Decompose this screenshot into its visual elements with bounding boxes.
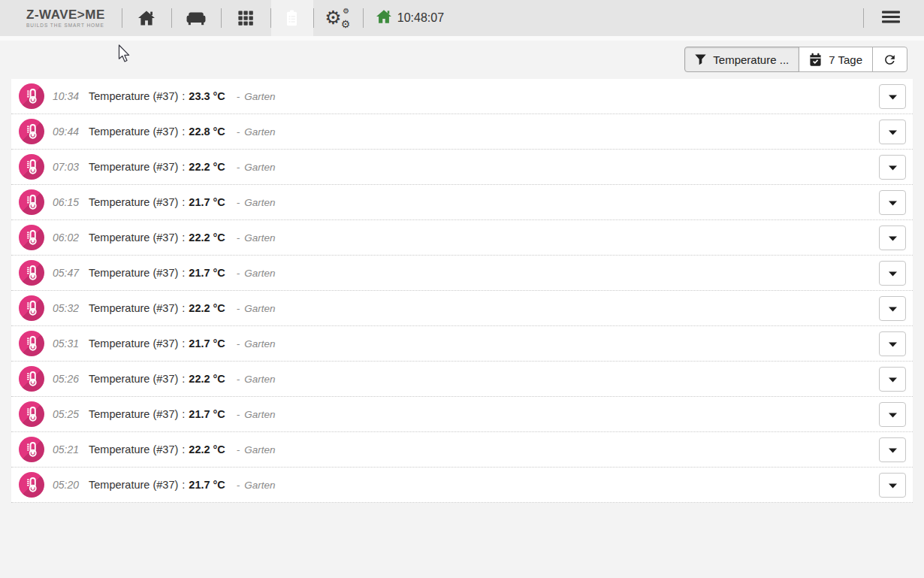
event-separator: : (182, 373, 185, 385)
refresh-button[interactable] (872, 47, 907, 72)
event-title: Temperature (#37) (89, 443, 178, 455)
event-text: Temperature (#37) : 21.7 °C - Garten (89, 196, 276, 208)
event-row: 06:15 Temperature (#37) : 21.7 °C - Gart… (11, 185, 913, 220)
event-text: Temperature (#37) : 22.2 °C - Garten (89, 373, 276, 385)
event-options-button[interactable] (879, 296, 906, 321)
event-title: Temperature (#37) (89, 337, 178, 350)
event-text: Temperature (#37) : 21.7 °C - Garten (89, 337, 276, 350)
event-options-button[interactable] (879, 190, 906, 215)
event-value: 23.3 °C (189, 90, 225, 102)
event-options-button[interactable] (879, 261, 906, 286)
clock-time: 10:48:07 (397, 11, 444, 25)
event-row: 05:47 Temperature (#37) : 21.7 °C - Gart… (11, 256, 913, 291)
event-location: Garten (244, 444, 275, 455)
filter-button-group: Temperature ... 7 Tage (684, 47, 907, 72)
temperature-sensor-icon (19, 225, 44, 250)
caret-down-icon (889, 338, 897, 350)
temperature-sensor-icon (19, 260, 44, 286)
event-location: Garten (244, 162, 275, 173)
event-time: 05:21 (53, 443, 84, 455)
event-title: Temperature (#37) (89, 126, 178, 138)
hamburger-icon (882, 11, 900, 26)
event-time: 06:15 (53, 196, 84, 208)
event-options-button[interactable] (879, 155, 906, 180)
event-title: Temperature (#37) (89, 196, 178, 208)
event-text: Temperature (#37) : 21.7 °C - Garten (89, 267, 276, 279)
event-options-button[interactable] (879, 437, 906, 462)
event-text: Temperature (#37) : 22.2 °C - Garten (89, 161, 276, 173)
event-value: 21.7 °C (189, 196, 225, 208)
event-time: 05:20 (53, 479, 84, 491)
nav-apps[interactable] (222, 0, 270, 36)
event-value: 22.2 °C (189, 161, 225, 173)
event-row: 05:20 Temperature (#37) : 21.7 °C - Gart… (11, 468, 913, 503)
temperature-sensor-icon (19, 189, 44, 215)
menu-button[interactable] (877, 5, 904, 32)
caret-down-icon (889, 480, 897, 491)
event-location-wrap: - Garten (237, 162, 276, 173)
event-options-button[interactable] (879, 331, 906, 356)
temperature-sensor-icon (19, 366, 44, 392)
event-time: 05:25 (53, 408, 84, 420)
event-time: 09:44 (53, 126, 84, 138)
event-title: Temperature (#37) (89, 302, 178, 314)
caret-down-icon (889, 91, 897, 102)
event-options-button[interactable] (879, 84, 906, 109)
app-logo[interactable]: Z-WAVE>ME BUILDS THE SMART HOME (26, 0, 122, 36)
caret-down-icon (889, 232, 897, 244)
nav-settings[interactable]: ⚙ ⚙ ⚙ (314, 0, 363, 36)
device-filter-button[interactable]: Temperature ... (684, 47, 799, 72)
event-separator: : (182, 408, 185, 420)
event-separator: : (182, 479, 185, 491)
calendar-check-icon (809, 53, 822, 66)
event-row: 05:25 Temperature (#37) : 21.7 °C - Gart… (11, 397, 913, 432)
event-options-button[interactable] (879, 473, 906, 498)
house-mode-home-icon (376, 9, 392, 27)
event-title: Temperature (#37) (89, 373, 178, 385)
sofa-icon (186, 11, 206, 26)
event-location: Garten (244, 303, 275, 314)
nav-rooms[interactable] (172, 0, 221, 36)
event-text: Temperature (#37) : 21.7 °C - Garten (89, 408, 276, 420)
event-dash: - (237, 374, 240, 385)
event-location: Garten (244, 197, 275, 208)
event-separator: : (182, 443, 185, 455)
refresh-icon (883, 53, 897, 67)
event-options-button[interactable] (879, 402, 906, 427)
temperature-sensor-icon (19, 472, 44, 498)
caret-down-icon (889, 409, 897, 420)
event-value: 21.7 °C (189, 408, 225, 420)
event-location: Garten (244, 480, 275, 491)
house-mode-clock[interactable]: 10:48:07 (364, 0, 444, 36)
event-options-button[interactable] (879, 120, 906, 144)
divider (863, 8, 864, 28)
gears-icon: ⚙ ⚙ ⚙ (325, 8, 352, 29)
event-value: 22.2 °C (189, 302, 225, 314)
journal-clipboard-icon (284, 9, 300, 28)
event-location: Garten (244, 409, 275, 420)
temperature-sensor-icon (19, 154, 44, 180)
event-text: Temperature (#37) : 22.2 °C - Garten (89, 443, 276, 455)
event-options-button[interactable] (879, 367, 906, 392)
event-row: 05:21 Temperature (#37) : 22.2 °C - Gart… (11, 432, 913, 468)
event-location: Garten (244, 126, 275, 138)
event-value: 22.8 °C (189, 126, 225, 138)
event-text: Temperature (#37) : 22.2 °C - Garten (89, 302, 276, 314)
event-separator: : (182, 126, 185, 138)
nav-home[interactable] (122, 0, 171, 36)
caret-down-icon (889, 197, 897, 208)
home-icon (137, 10, 156, 26)
event-location-wrap: - Garten (237, 303, 276, 314)
period-filter-button[interactable]: 7 Tage (799, 47, 873, 72)
event-options-button[interactable] (879, 225, 906, 250)
event-location-wrap: - Garten (237, 409, 276, 420)
device-filter-label: Temperature ... (713, 53, 789, 66)
event-row: 05:31 Temperature (#37) : 21.7 °C - Gart… (11, 326, 913, 362)
event-time: 07:03 (53, 161, 84, 173)
period-filter-label: 7 Tage (829, 53, 862, 66)
event-row: 10:34 Temperature (#37) : 23.3 °C - Gart… (11, 79, 913, 114)
event-value: 21.7 °C (189, 267, 225, 279)
nav-events[interactable] (271, 0, 313, 36)
temperature-sensor-icon (19, 437, 44, 462)
event-title: Temperature (#37) (89, 408, 178, 420)
